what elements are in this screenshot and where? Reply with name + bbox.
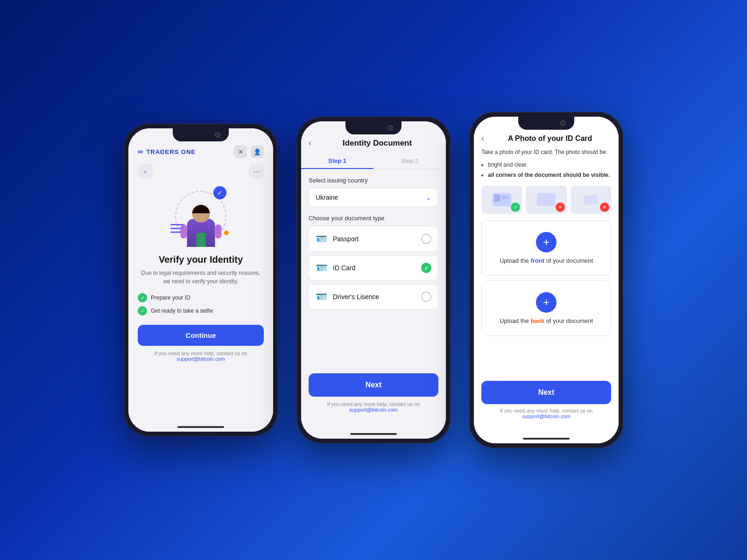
- nav-bar-3: ‹ A Photo of your ID Card: [474, 133, 619, 148]
- back-button[interactable]: ‹: [138, 164, 153, 179]
- front-highlight: front: [530, 257, 544, 264]
- chevron-down-icon: ⌄: [426, 194, 431, 201]
- continue-button[interactable]: Continue: [138, 325, 264, 346]
- bottom-area-2: Next If you need any more help, contact …: [301, 373, 446, 422]
- country-selector[interactable]: Ukraine ⌄: [309, 188, 438, 207]
- tab-step2[interactable]: Step 2: [374, 153, 446, 169]
- arm-right: [215, 224, 221, 238]
- instruction-item-2: all corners of the document should be vi…: [488, 170, 611, 181]
- checklist-item-2: ✓ Get ready to take a selfie: [138, 306, 264, 315]
- back-highlight: back: [530, 317, 544, 324]
- upload-front-zone[interactable]: + Upload the front of your document: [481, 220, 611, 276]
- help-link-2[interactable]: support@bitcoin.com: [309, 407, 438, 413]
- example-bad-1: [526, 186, 566, 214]
- logo: ∞ TRADERS ONE: [138, 147, 196, 156]
- phone-home-1: [177, 426, 224, 428]
- notch-camera-3: [560, 120, 566, 126]
- passport-icon: 🪪: [316, 233, 327, 245]
- phone-notch-3: [518, 117, 574, 130]
- id-examples: [481, 186, 611, 214]
- line-2: [170, 228, 181, 229]
- body-3: Take a photo of your ID card. The photo …: [474, 148, 619, 376]
- person-body: [187, 219, 215, 247]
- close-btn[interactable]: ✕: [234, 145, 247, 158]
- tab-bar: Step 1 Step 2: [301, 153, 446, 169]
- form-body: Select issuing country Ukraine ⌄ Choose …: [301, 177, 446, 313]
- instructions-text: Take a photo of your ID card. The photo …: [481, 148, 611, 156]
- phone-1: ∞ TRADERS ONE ✕ 👤 ‹ ⋯ ✓: [124, 124, 278, 436]
- page-title: Verify your Identity: [138, 254, 264, 265]
- checklist-label-2: Get ready to take a selfie: [151, 308, 213, 314]
- phone-home-3: [523, 438, 570, 440]
- checklist: ✓ Prepare your ID ✓ Get ready to take a …: [138, 293, 264, 315]
- user-btn[interactable]: 👤: [251, 145, 264, 158]
- help-text-2: If you need any more help, contact us on: [309, 401, 438, 407]
- page-title-2: Identity Document: [316, 139, 438, 148]
- upload-back-zone[interactable]: + Upload the back of your document: [481, 280, 611, 336]
- topbar-actions: ✕ 👤: [234, 145, 264, 158]
- illustration: ✓: [138, 186, 264, 247]
- example-good: [481, 186, 522, 214]
- topbar: ∞ TRADERS ONE ✕ 👤: [138, 145, 264, 158]
- doc-option-driver[interactable]: 🪪 Driver's Lisence: [309, 284, 438, 309]
- driver-icon: 🪪: [316, 291, 327, 302]
- idcard-icon: 🪪: [316, 262, 327, 273]
- nav-bar-2: ‹ Identity Document: [301, 138, 446, 148]
- radio-driver[interactable]: [421, 292, 431, 302]
- check-icon-1: ✓: [138, 293, 147, 302]
- doc-type-label: Choose your document type: [309, 215, 438, 222]
- instruction-list: bright and clear. all corners of the doc…: [481, 160, 611, 180]
- notch-camera-2: [388, 125, 393, 131]
- phone-3: ‹ A Photo of your ID Card Take a photo o…: [469, 112, 623, 448]
- upload-back-button[interactable]: +: [536, 292, 557, 313]
- doc-name-idcard: ID Card: [333, 264, 421, 272]
- doc-name-passport: Passport: [333, 235, 421, 243]
- upload-front-text: Upload the front of your document: [500, 257, 593, 264]
- check-badge: ✓: [213, 186, 226, 199]
- tab-step1[interactable]: Step 1: [301, 153, 374, 169]
- radio-idcard[interactable]: ✓: [421, 263, 431, 273]
- person-hair: [192, 205, 210, 213]
- phone-notch-2: [345, 121, 402, 134]
- phone-2: ‹ Identity Document Step 1 Step 2 Select…: [296, 117, 451, 443]
- avatar-figure: [181, 205, 221, 247]
- bottom-area-3: Next If you need any more help, contact …: [474, 376, 619, 427]
- logo-text: TRADERS ONE: [146, 148, 196, 155]
- next-button-3[interactable]: Next: [481, 381, 611, 404]
- doc-option-passport[interactable]: 🪪 Passport: [309, 226, 438, 252]
- phone-notch-1: [173, 128, 229, 141]
- notch-camera-1: [215, 132, 220, 138]
- upload-front-button[interactable]: +: [536, 232, 557, 252]
- checklist-item-1: ✓ Prepare your ID: [138, 293, 264, 302]
- doc-name-driver: Driver's Lisence: [333, 293, 421, 301]
- nav-bar: ‹ ⋯: [138, 164, 264, 179]
- checklist-label-1: Prepare your ID: [151, 294, 190, 301]
- help-link[interactable]: support@bitcoin.com: [138, 356, 264, 362]
- page-subtitle: Due to legal requirements and security r…: [138, 269, 264, 286]
- screen-content-3: ‹ A Photo of your ID Card Take a photo o…: [474, 133, 619, 427]
- instruction-item-1: bright and clear.: [488, 160, 611, 170]
- dot-decoration: [224, 231, 229, 235]
- country-value: Ukraine: [316, 194, 338, 201]
- help-text: If you need any more help, contact us on: [138, 350, 264, 356]
- next-button-2[interactable]: Next: [309, 373, 438, 397]
- check-icon-2: ✓: [138, 306, 147, 315]
- more-button[interactable]: ⋯: [249, 164, 264, 179]
- person-shirt: [196, 233, 205, 247]
- upload-back-text: Upload the back of your document: [500, 317, 593, 324]
- page-title-3: A Photo of your ID Card: [489, 134, 611, 143]
- screen-content-2: ‹ Identity Document Step 1 Step 2 Select…: [301, 138, 446, 422]
- help-link-3[interactable]: support@bitcoin.com: [481, 413, 611, 419]
- arm-left: [180, 224, 187, 238]
- phone-home-2: [350, 433, 397, 435]
- logo-icon: ∞: [138, 147, 143, 156]
- country-label: Select issuing country: [309, 177, 438, 184]
- help-text-3: If you need any more help, contact us on: [481, 408, 611, 413]
- doc-option-idcard[interactable]: 🪪 ID Card ✓: [309, 255, 438, 280]
- radio-passport[interactable]: [421, 234, 431, 244]
- back-button-2[interactable]: ‹: [309, 138, 311, 148]
- person-head: [192, 205, 210, 223]
- example-bad-2: [571, 186, 611, 214]
- back-button-3[interactable]: ‹: [481, 133, 484, 143]
- avatar-wrap: ✓: [170, 186, 231, 247]
